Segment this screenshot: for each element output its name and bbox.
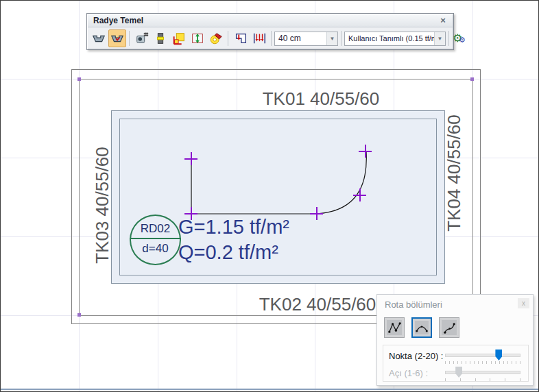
settings-gears-button[interactable]: ⚙ ⚙ [452,30,468,47]
gear-icon: ⚙ [459,36,466,45]
radye-temel-toolbar: Radye Temel × [86,13,454,50]
raft-foundation-active-icon [110,31,125,46]
route-sections-panel: Rota bölümleri x [376,294,534,386]
stretch-region-button[interactable] [189,29,206,47]
foundation-settings-button[interactable] [133,29,151,47]
close-icon[interactable]: x [518,298,529,308]
slider-track[interactable] [445,354,520,357]
panel-title: Rota bölümleri [385,299,442,310]
slider-ticks [445,361,520,364]
route-point-handle[interactable] [359,145,372,158]
route-path [191,151,366,214]
route-point-handle[interactable] [310,207,323,220]
points-slider[interactable] [445,349,522,364]
spline-mode-button[interactable] [439,317,459,338]
arc-mode-button[interactable] [411,317,432,338]
polyline-mode-icon [387,320,402,335]
angle-slider-label: Açı (1-6) : [389,368,428,378]
plate-corner-button[interactable] [170,29,188,47]
toolbar-separator [341,31,342,46]
stretch-region-icon [190,31,205,46]
angle-slider [445,366,522,381]
erase-region-button[interactable] [207,29,225,47]
thickness-value: 40 cm [275,34,326,43]
route-point-handle[interactable] [353,188,366,201]
soil-load-value: Kullanıcı Tanımlı (0.15 tf/m² [345,34,434,42]
soil-load-combobox[interactable]: Kullanıcı Tanımlı (0.15 tf/m² ▼ [344,32,446,46]
slider-thumb [455,367,462,378]
region-load-icon [233,31,248,46]
pile-column-icon [153,31,168,46]
region-load-button[interactable] [232,29,250,47]
toolbar-title: Radye Temel [93,16,143,25]
route-point-handle[interactable] [184,152,197,165]
slider-thumb[interactable] [495,350,502,360]
app-window: TK01 40/55/60 TK02 40/55/60 TK03 40/55/6… [0,0,539,392]
toolbar-separator [129,31,130,46]
toolbar-separator [228,31,228,46]
toolbar-buttons-row: 40 cm ▼ Kullanıcı Tanımlı (0.15 tf/m² ▼ … [89,28,451,49]
toolbar-separator [271,31,272,46]
slider-ticks [445,378,520,381]
close-icon[interactable]: × [438,14,448,27]
toolbar-titlebar[interactable]: Radye Temel × [88,14,453,27]
polyline-mode-button[interactable] [384,317,405,338]
arc-mode-icon [415,321,429,334]
distributed-loads-button[interactable] [250,29,268,47]
distributed-loads-icon [252,31,267,46]
chevron-down-icon[interactable]: ▼ [326,32,337,45]
foundation-settings-icon [134,31,149,46]
raft-foundation-button[interactable] [90,29,108,47]
route-point-handle[interactable] [184,207,197,220]
route-options-groupbox: Nokta (2-20) : Açı (1-6) : [383,345,529,382]
chevron-down-icon[interactable]: ▼ [434,32,445,45]
thickness-combobox[interactable]: 40 cm ▼ [274,32,338,46]
pile-column-button[interactable] [152,29,169,47]
points-slider-label: Nokta (2-20) : [389,351,443,361]
erase-region-icon [208,31,224,46]
raft-foundation-icon [91,31,106,46]
plate-corner-icon [171,31,187,46]
spline-mode-icon [442,320,457,335]
raft-foundation-active-button[interactable] [108,29,126,47]
toolbar-separator [448,31,449,46]
